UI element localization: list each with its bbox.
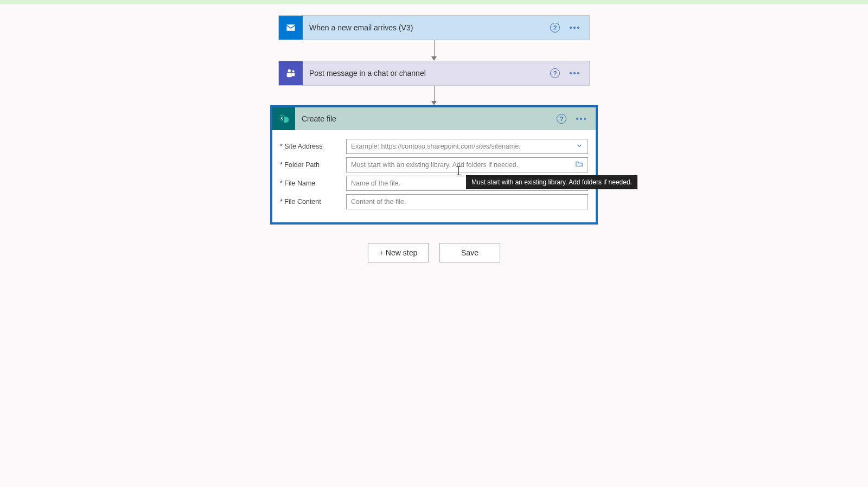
more-icon[interactable] xyxy=(570,27,579,29)
notification-bar xyxy=(0,0,868,4)
new-step-button[interactable]: + New step xyxy=(368,243,429,262)
label-file-content: * File Content xyxy=(280,198,346,206)
svg-text:S: S xyxy=(280,117,283,121)
input-file-name[interactable]: Name of the file. Must start with an exi… xyxy=(346,176,588,191)
svg-point-2 xyxy=(288,69,291,73)
footer-buttons: + New step Save xyxy=(368,243,500,262)
svg-rect-0 xyxy=(286,24,296,31)
tooltip: Must start with an existing library. Add… xyxy=(466,175,637,189)
step-card-outlook-trigger[interactable]: When a new email arrives (V3) ? xyxy=(278,15,590,40)
placeholder-text: Must start with an existing library. Add… xyxy=(351,161,518,169)
connector-arrow xyxy=(434,40,435,61)
outlook-icon xyxy=(279,16,303,40)
label-folder-path: * Folder Path xyxy=(280,161,346,169)
step-header[interactable]: S Create file ? xyxy=(272,107,596,130)
step-body: * Site Address Example: https://contoso.… xyxy=(272,130,596,222)
placeholder-text: Content of the file. xyxy=(351,198,406,206)
connector-arrow xyxy=(434,86,435,105)
step-title: Post message in a chat or channel xyxy=(303,69,550,78)
sharepoint-icon: S xyxy=(272,107,295,130)
input-file-content[interactable]: Content of the file. xyxy=(346,194,588,209)
placeholder-text: Example: https://contoso.sharepoint.com/… xyxy=(351,143,521,150)
placeholder-text: Name of the file. xyxy=(351,180,400,187)
help-icon[interactable]: ? xyxy=(557,114,566,124)
svg-rect-4 xyxy=(287,73,292,77)
input-site-address[interactable]: Example: https://contoso.sharepoint.com/… xyxy=(346,139,588,154)
help-icon[interactable]: ? xyxy=(550,23,560,33)
step-card-sharepoint-create-file: S Create file ? * Site Address Example: … xyxy=(270,105,598,225)
label-file-name: * File Name xyxy=(280,180,346,187)
chevron-down-icon[interactable] xyxy=(576,142,583,151)
flow-canvas: When a new email arrives (V3) ? Post mes… xyxy=(0,4,868,262)
svg-point-3 xyxy=(292,70,295,72)
step-title: Create file xyxy=(295,114,557,123)
teams-icon xyxy=(279,61,303,85)
more-icon[interactable] xyxy=(576,118,586,120)
input-folder-path[interactable]: Must start with an existing library. Add… xyxy=(346,157,588,172)
step-card-teams[interactable]: Post message in a chat or channel ? xyxy=(278,61,590,86)
svg-rect-5 xyxy=(292,73,295,76)
save-button[interactable]: Save xyxy=(439,243,500,262)
help-icon[interactable]: ? xyxy=(550,68,560,78)
step-title: When a new email arrives (V3) xyxy=(303,23,550,32)
text-cursor-icon xyxy=(458,166,459,175)
folder-picker-icon[interactable] xyxy=(575,160,583,170)
label-site-address: * Site Address xyxy=(280,143,346,150)
more-icon[interactable] xyxy=(570,72,579,74)
